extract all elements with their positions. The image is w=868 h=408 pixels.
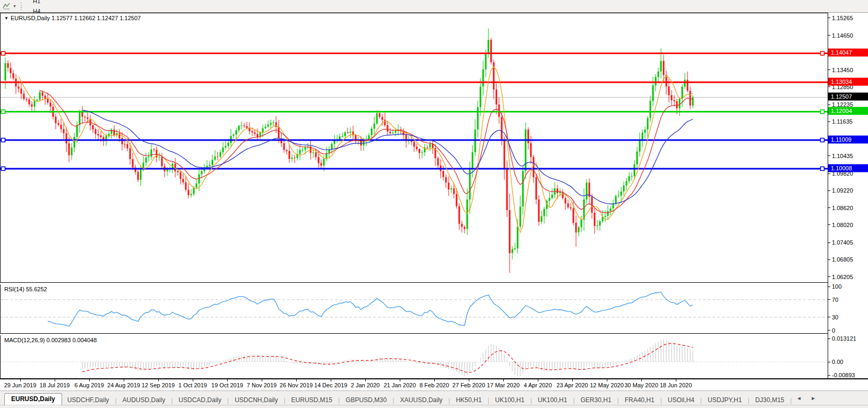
date-tick-mark — [55, 379, 55, 381]
axis-tick-mark — [828, 35, 830, 36]
axis-tick-mark — [828, 317, 830, 317]
collapse-triangle-icon[interactable]: ▼ — [4, 16, 8, 21]
chart-tab-fra40-h1[interactable]: FRA40,H1 — [620, 395, 660, 406]
date-tick-mark — [262, 379, 262, 381]
tab-bar-divider — [0, 405, 868, 405]
axis-tick-mark — [828, 330, 830, 331]
date-axis-label: 14 Dec 2019 — [314, 382, 347, 388]
date-axis-label: 2 Jan 2020 — [351, 382, 380, 388]
rsi-axis-label: 0 — [832, 327, 835, 334]
chart-tab-uk100-h1[interactable]: UK100,H1 — [532, 395, 572, 406]
rsi-axis-label: 70 — [832, 297, 838, 303]
chart-tab-hk50-h1[interactable]: HK50,H1 — [451, 395, 487, 406]
date-axis-label: 1 Oct 2019 — [178, 382, 207, 388]
price-axis-label: 1.15265 — [832, 15, 853, 21]
axis-tick-mark — [828, 287, 830, 287]
price-axis-label: 1.08020 — [832, 222, 853, 228]
date-axis-label: 4 Apr 2020 — [523, 382, 552, 388]
date-axis-label: 30 May 2020 — [624, 382, 658, 388]
price-axis-label: 1.13450 — [832, 67, 853, 73]
macd-axis-label: -0.00893 — [832, 372, 855, 378]
date-axis-label: 21 Jan 2020 — [384, 382, 416, 388]
rsi-panel[interactable]: RSI(14) 55.6252 — [0, 284, 828, 333]
rsi-title: RSI(14) 55.6252 — [4, 286, 47, 292]
hline-price-badge: 1.13034 — [828, 78, 868, 86]
date-axis-label: 18 Jul 2019 — [40, 382, 70, 388]
date-axis-label: 8 Feb 2020 — [419, 382, 449, 388]
chart-tool-icon[interactable] — [2, 2, 11, 10]
price-axis-label: 1.06805 — [832, 256, 853, 263]
macd-title: MACD(12,26,9) 0.002983 0.004048 — [4, 337, 97, 343]
date-tick-mark — [227, 379, 228, 381]
axis-tick-mark — [828, 276, 830, 277]
date-axis-label: 18 Jun 2020 — [660, 382, 692, 388]
date-tick-mark — [572, 379, 573, 381]
chart-tab-xauusd-daily[interactable]: XAUUSD,Daily — [395, 395, 448, 406]
chart-tab-bar: EURUSD,DailyUSDCHF,Daily|AUDUSD,Daily|US… — [0, 390, 868, 408]
main-price-panel[interactable]: ▼EURUSD,Daily 1.12577 1.12662 1.12427 1.… — [0, 13, 828, 283]
macd-plot[interactable] — [1, 335, 828, 378]
time-axis[interactable]: 29 Jun 201918 Jul 20196 Aug 201924 Aug 2… — [0, 378, 868, 390]
price-axis-label: 1.07405 — [832, 239, 853, 246]
axis-tick-mark — [828, 259, 830, 260]
chart-tab-uk100-h1[interactable]: UK100,H1 — [490, 395, 530, 406]
chart-window: ▼EURUSD,Daily 1.12577 1.12662 1.12427 1.… — [0, 13, 868, 408]
hline-price-badge: 1.14047 — [828, 49, 868, 57]
price-axis-label: 1.14650 — [832, 32, 853, 39]
date-axis-label: 19 Oct 2019 — [211, 382, 243, 388]
macd-axis-label: 0.013121 — [832, 335, 856, 342]
chart-tab-dj30-m15[interactable]: DJ30,M15 — [750, 395, 790, 406]
date-tick-mark — [400, 379, 400, 381]
axis-tick-mark — [828, 155, 830, 156]
candlestick-plot[interactable] — [1, 13, 828, 282]
axis-tick-mark — [828, 375, 830, 376]
axis-tick-mark — [828, 173, 830, 174]
chart-tab-usdcad-daily[interactable]: USDCAD,Daily — [173, 395, 227, 406]
date-axis-label: 7 Nov 2019 — [247, 382, 277, 388]
axis-tick-mark — [828, 121, 830, 122]
axis-tick-mark — [828, 70, 830, 70]
date-tick-mark — [296, 379, 297, 381]
date-tick-mark — [89, 379, 90, 381]
tab-scroll-left-icon[interactable]: ◄ — [796, 395, 802, 401]
axis-tick-mark — [828, 362, 830, 362]
macd-axis-label: 0.00 — [832, 359, 843, 365]
date-axis-label: 29 Jun 2019 — [4, 382, 37, 388]
chart-tab-gbpusd-m30[interactable]: GBPUSD,M30 — [340, 395, 392, 406]
date-tick-mark — [124, 379, 124, 381]
hline-price-badge: 1.10008 — [828, 164, 868, 172]
chart-tab-usdchf-daily[interactable]: USDCHF,Daily — [62, 395, 115, 406]
current-price-badge: 1.12507 — [828, 93, 868, 101]
date-tick-mark — [503, 379, 504, 381]
chart-tab-ger30-h1[interactable]: GER30,H1 — [575, 395, 617, 406]
date-tick-mark — [676, 379, 676, 381]
price-axis[interactable]: 1.152651.146501.134501.128501.122351.116… — [828, 13, 868, 378]
tab-separator: | — [789, 395, 792, 406]
rsi-axis-label: 30 — [832, 314, 838, 320]
macd-panel[interactable]: MACD(12,26,9) 0.002983 0.004048 — [0, 335, 828, 378]
date-tick-mark — [538, 379, 538, 381]
price-axis-label: 1.11635 — [832, 118, 853, 125]
date-axis-label: 27 Feb 2020 — [452, 382, 485, 388]
rsi-plot[interactable] — [1, 284, 828, 333]
chart-tab-audusd-daily[interactable]: AUDUSD,Daily — [117, 395, 171, 406]
price-axis-label: 1.10435 — [832, 153, 853, 159]
chevron-down-icon[interactable]: ▼ — [13, 4, 16, 8]
price-axis-label: 1.09220 — [832, 187, 853, 194]
date-axis-label: 26 Nov 2019 — [280, 382, 313, 388]
chart-tab-usoil-h4[interactable]: USOil,H4 — [663, 395, 700, 406]
date-axis-label: 12 May 2020 — [590, 382, 624, 388]
axis-tick-mark — [828, 18, 830, 18]
chart-symbol-title: ▼EURUSD,Daily 1.12577 1.12662 1.12427 1.… — [4, 15, 141, 21]
chart-tab-eurusd-m15[interactable]: EURUSD,M15 — [286, 395, 338, 406]
timeframe-button-h1[interactable]: H1 — [28, 0, 49, 6]
axis-tick-mark — [828, 190, 830, 191]
axis-tick-mark — [828, 86, 830, 87]
chart-tab-usdcnh-daily[interactable]: USDCNH,Daily — [229, 395, 283, 406]
tab-row: EURUSD,DailyUSDCHF,Daily|AUDUSD,Daily|US… — [4, 393, 792, 406]
chart-tab-usdjpy-h1[interactable]: USDJPY,H1 — [702, 395, 747, 406]
tab-scroll-right-icon[interactable]: ► — [811, 395, 816, 401]
price-axis-label: 1.08620 — [832, 205, 853, 211]
toolbar-grip[interactable] — [21, 2, 23, 10]
chart-tab-eurusd-daily[interactable]: EURUSD,Daily — [4, 393, 62, 406]
